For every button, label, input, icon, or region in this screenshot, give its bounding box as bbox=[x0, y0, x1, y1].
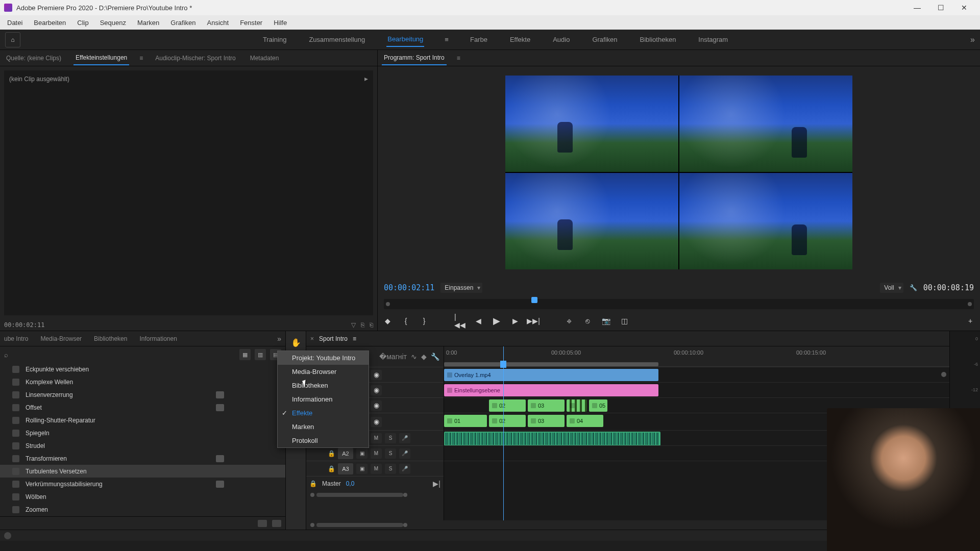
track-visibility-icon[interactable]: ◉ bbox=[371, 417, 382, 427]
timeline-ruler[interactable]: 0:0000:00:05:0000:00:10:0000:00:15:00 bbox=[444, 346, 949, 367]
mark-out-button[interactable]: } bbox=[419, 315, 430, 327]
source-tab-1[interactable]: Effekteinstellungen bbox=[74, 51, 129, 65]
master-lock-icon[interactable]: 🔒 bbox=[309, 480, 317, 487]
panel-menu-item[interactable]: Media-Browser bbox=[278, 365, 369, 379]
effects-list[interactable]: Eckpunkte verschiebenKomplexe WellenLins… bbox=[0, 363, 285, 516]
source-tab-menu-icon[interactable]: ≡ bbox=[139, 55, 143, 62]
program-scrubber[interactable] bbox=[384, 299, 974, 309]
timeline-clip[interactable]: 02 bbox=[489, 415, 526, 427]
effect-item[interactable]: Strudel bbox=[0, 439, 285, 452]
settings-icon[interactable]: 🔧 bbox=[431, 353, 439, 361]
source-tab-2[interactable]: Audioclip-Mischer: Sport Intro bbox=[153, 52, 237, 65]
menu-clip[interactable]: Clip bbox=[72, 17, 93, 29]
menu-bearbeiten[interactable]: Bearbeiten bbox=[29, 17, 71, 29]
effect-item[interactable]: Komplexe Wellen bbox=[0, 375, 285, 388]
goto-in-button[interactable]: |◀◀ bbox=[454, 315, 465, 327]
track-marker-icon[interactable] bbox=[941, 372, 946, 377]
workspace-overflow-button[interactable]: » bbox=[970, 35, 975, 44]
filter-icon[interactable]: ▽ bbox=[351, 321, 356, 329]
lock-icon[interactable]: 🔒 bbox=[328, 450, 335, 457]
timeline-clip[interactable]: 03 bbox=[528, 415, 565, 427]
mark-in-button[interactable]: { bbox=[400, 315, 411, 327]
panel-menu-item[interactable]: Protokoll bbox=[278, 434, 369, 447]
timeline-clip[interactable]: 01 bbox=[444, 415, 487, 427]
insert-icon[interactable]: ⎘ bbox=[361, 321, 364, 329]
timeline-clip[interactable]: 05 bbox=[589, 399, 607, 412]
record-mic-icon[interactable]: 🎤 bbox=[399, 464, 410, 474]
program-viewer[interactable] bbox=[378, 66, 980, 279]
home-button[interactable]: ⌂ bbox=[5, 32, 20, 47]
record-mic-icon[interactable]: 🎤 bbox=[399, 433, 410, 443]
track-header-zoom[interactable] bbox=[306, 490, 444, 499]
timeline-playhead-line[interactable] bbox=[503, 346, 504, 520]
menu-ansicht[interactable]: Ansicht bbox=[202, 17, 234, 29]
menu-sequenz[interactable]: Sequenz bbox=[95, 17, 131, 29]
effect-item[interactable]: Rolling-Shutter-Reparatur bbox=[0, 414, 285, 427]
effects-search-input[interactable] bbox=[12, 351, 235, 359]
mute-button[interactable]: M bbox=[371, 433, 382, 443]
workspace-menu-icon[interactable]: ≡ bbox=[445, 36, 449, 43]
extract-button[interactable]: ⎋ bbox=[582, 315, 593, 327]
program-panel-menu-icon[interactable]: ≡ bbox=[457, 55, 460, 62]
hand-tool[interactable]: ✋ bbox=[289, 335, 303, 349]
solo-button[interactable]: S bbox=[385, 433, 396, 443]
preset-icon-2[interactable]: ▥ bbox=[255, 349, 266, 360]
effect-item[interactable]: Spiegeln bbox=[0, 427, 285, 439]
panel-menu-item[interactable]: Informationen bbox=[278, 392, 369, 406]
compare-button[interactable]: ◫ bbox=[619, 315, 630, 327]
overwrite-icon[interactable]: ⎗ bbox=[370, 321, 373, 329]
fit-dropdown[interactable]: Einpassen bbox=[440, 283, 482, 293]
workspace-training[interactable]: Training bbox=[262, 33, 287, 46]
wrench-icon[interactable]: 🔧 bbox=[910, 284, 917, 291]
trash-icon[interactable] bbox=[272, 520, 281, 527]
effect-item[interactable]: Eckpunkte verschieben bbox=[0, 363, 285, 375]
workspace-grafiken[interactable]: Grafiken bbox=[591, 33, 618, 46]
timeline-clip[interactable]: 03 bbox=[528, 399, 565, 412]
track-toggle[interactable]: ▣ bbox=[356, 464, 368, 474]
info-icon[interactable] bbox=[4, 532, 11, 539]
effect-item[interactable]: Wölben bbox=[0, 490, 285, 503]
mute-button[interactable]: M bbox=[371, 448, 382, 459]
effect-item[interactable]: Offset bbox=[0, 401, 285, 414]
effect-item[interactable]: Turbulentes Versetzen bbox=[0, 465, 285, 478]
timeline-clip[interactable]: 02 bbox=[489, 399, 526, 412]
project-tab-0[interactable]: ube Intro bbox=[4, 335, 28, 342]
step-back-button[interactable]: ◀ bbox=[473, 315, 484, 327]
timeline-clip[interactable]: Overlay 1.mp4 bbox=[444, 369, 658, 381]
minimize-button[interactable]: — bbox=[905, 0, 929, 15]
lift-button[interactable]: ⎆ bbox=[564, 315, 575, 327]
solo-button[interactable]: S bbox=[385, 448, 396, 459]
export-frame-button[interactable]: 📷 bbox=[600, 315, 611, 327]
track-toggle[interactable]: ▣ bbox=[356, 448, 368, 459]
marker-icon[interactable]: ◆ bbox=[421, 353, 427, 361]
new-bin-icon[interactable] bbox=[258, 520, 267, 527]
add-button[interactable]: + bbox=[965, 315, 976, 327]
effect-play-icon[interactable]: ▸ bbox=[364, 74, 368, 83]
menu-grafiken[interactable]: Grafiken bbox=[165, 17, 201, 29]
lock-icon[interactable]: 🔒 bbox=[328, 465, 335, 472]
effect-item[interactable]: Verkrümmungsstabilisierung bbox=[0, 478, 285, 490]
solo-button[interactable]: S bbox=[385, 464, 396, 474]
maximize-button[interactable]: ☐ bbox=[929, 0, 952, 15]
source-tab-3[interactable]: Metadaten bbox=[248, 52, 281, 65]
panel-menu-item[interactable]: Bibliotheken bbox=[278, 379, 369, 392]
effect-item[interactable]: Linsenverzerrung bbox=[0, 388, 285, 401]
mute-button[interactable]: M bbox=[371, 464, 382, 474]
step-forward-button[interactable]: ▶ bbox=[509, 315, 521, 327]
effect-item[interactable]: Zoomen bbox=[0, 503, 285, 516]
marker-button[interactable]: ◆ bbox=[382, 315, 393, 327]
effect-item[interactable]: Transformieren bbox=[0, 452, 285, 465]
timeline-clip[interactable] bbox=[444, 432, 660, 446]
preset-icon-1[interactable]: ▦ bbox=[239, 349, 251, 360]
menu-hilfe[interactable]: Hilfe bbox=[268, 17, 292, 29]
search-icon[interactable]: ⌕ bbox=[4, 351, 8, 359]
track-lane[interactable]: Einstellungsebene bbox=[444, 382, 949, 397]
program-playhead[interactable] bbox=[531, 297, 537, 303]
panel-menu-item[interactable]: Projekt: Youtube Intro bbox=[278, 351, 369, 365]
timeline-panel-menu-icon[interactable]: ≡ bbox=[353, 335, 356, 342]
record-mic-icon[interactable]: 🎤 bbox=[399, 448, 410, 459]
menu-fenster[interactable]: Fenster bbox=[235, 17, 267, 29]
track-label[interactable]: A2 bbox=[338, 448, 353, 459]
link-icon[interactable]: ∿ bbox=[411, 353, 417, 361]
sequence-name[interactable]: Sport Intro bbox=[319, 335, 348, 342]
